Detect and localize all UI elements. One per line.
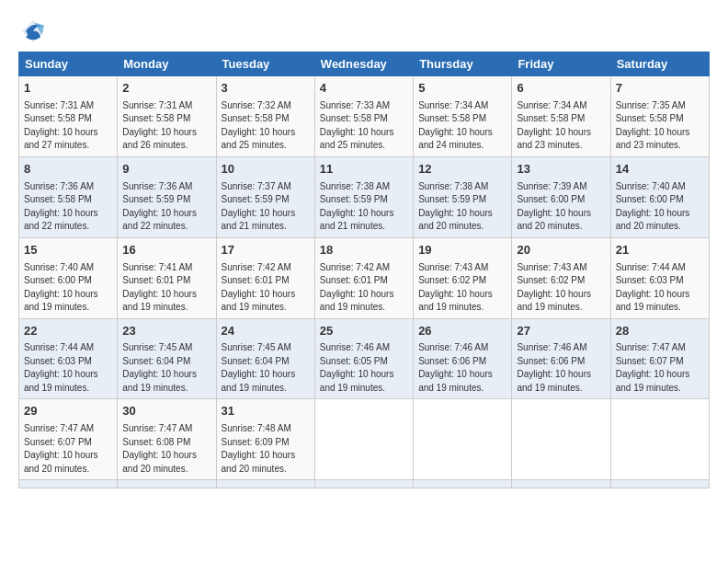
day-number: 29 [24,403,112,420]
calendar-row: 1Sunrise: 7:31 AMSunset: 5:58 PMDaylight… [19,76,710,157]
day-number: 4 [320,80,408,98]
calendar-row: 29Sunrise: 7:47 AMSunset: 6:07 PMDayligh… [19,399,710,480]
day-number: 6 [517,80,605,98]
table-cell: 4Sunrise: 7:33 AMSunset: 5:58 PMDaylight… [314,76,413,157]
day-info: Sunrise: 7:36 AMSunset: 5:58 PMDaylight:… [24,181,98,232]
calendar-row: 8Sunrise: 7:36 AMSunset: 5:58 PMDaylight… [19,156,710,237]
day-number: 22 [24,323,112,340]
day-number: 23 [122,323,210,340]
day-info: Sunrise: 7:37 AMSunset: 5:59 PMDaylight:… [222,181,296,232]
day-info: Sunrise: 7:38 AMSunset: 5:59 PMDaylight:… [418,181,493,232]
day-number: 1 [24,80,112,98]
table-cell: 15Sunrise: 7:40 AMSunset: 6:00 PMDayligh… [19,237,118,318]
day-number: 31 [222,403,310,420]
day-number: 30 [122,403,210,420]
day-info: Sunrise: 7:42 AMSunset: 6:01 PMDaylight:… [222,262,296,313]
table-cell [118,480,216,488]
day-number: 25 [320,323,408,340]
day-number: 2 [122,80,210,98]
table-cell: 8Sunrise: 7:36 AMSunset: 5:58 PMDaylight… [19,156,118,237]
day-info: Sunrise: 7:34 AMSunset: 5:58 PMDaylight:… [517,100,591,151]
day-info: Sunrise: 7:45 AMSunset: 6:04 PMDaylight:… [122,342,197,393]
table-cell [610,480,709,488]
col-tuesday: Tuesday [216,52,314,76]
calendar-row: 15Sunrise: 7:40 AMSunset: 6:00 PMDayligh… [19,237,710,318]
table-cell: 12Sunrise: 7:38 AMSunset: 5:59 PMDayligh… [414,156,512,237]
table-cell: 16Sunrise: 7:41 AMSunset: 6:01 PMDayligh… [118,237,216,318]
day-number: 7 [616,80,704,98]
table-cell: 9Sunrise: 7:36 AMSunset: 5:59 PMDaylight… [118,156,216,237]
table-cell: 20Sunrise: 7:43 AMSunset: 6:02 PMDayligh… [512,237,610,318]
header [18,17,710,46]
table-cell: 26Sunrise: 7:46 AMSunset: 6:06 PMDayligh… [414,318,512,399]
day-number: 24 [222,323,310,340]
table-cell [414,399,512,480]
day-info: Sunrise: 7:47 AMSunset: 6:08 PMDaylight:… [122,423,197,474]
table-cell: 3Sunrise: 7:32 AMSunset: 5:58 PMDaylight… [216,76,314,157]
col-monday: Monday [118,52,216,76]
logo [18,17,51,46]
table-cell: 27Sunrise: 7:46 AMSunset: 6:06 PMDayligh… [512,318,610,399]
col-thursday: Thursday [414,52,512,76]
logo-icon [18,17,48,46]
table-cell [19,480,118,488]
day-number: 3 [222,80,310,98]
col-sunday: Sunday [19,52,118,76]
day-info: Sunrise: 7:40 AMSunset: 6:00 PMDaylight:… [24,262,98,313]
day-number: 17 [222,242,310,259]
day-number: 8 [24,161,112,178]
day-info: Sunrise: 7:43 AMSunset: 6:02 PMDaylight:… [517,262,591,313]
day-info: Sunrise: 7:44 AMSunset: 6:03 PMDaylight:… [24,342,98,393]
calendar-row: 22Sunrise: 7:44 AMSunset: 6:03 PMDayligh… [19,318,710,399]
day-info: Sunrise: 7:46 AMSunset: 6:06 PMDaylight:… [418,342,493,393]
day-info: Sunrise: 7:45 AMSunset: 6:04 PMDaylight:… [222,342,296,393]
day-info: Sunrise: 7:38 AMSunset: 5:59 PMDaylight:… [320,181,394,232]
day-info: Sunrise: 7:32 AMSunset: 5:58 PMDaylight:… [222,100,296,151]
table-cell: 28Sunrise: 7:47 AMSunset: 6:07 PMDayligh… [610,318,709,399]
day-number: 14 [616,161,704,178]
day-info: Sunrise: 7:36 AMSunset: 5:59 PMDaylight:… [122,181,197,232]
day-info: Sunrise: 7:43 AMSunset: 6:02 PMDaylight:… [418,262,493,313]
table-cell: 13Sunrise: 7:39 AMSunset: 6:00 PMDayligh… [512,156,610,237]
page: Sunday Monday Tuesday Wednesday Thursday… [0,0,728,498]
day-info: Sunrise: 7:46 AMSunset: 6:05 PMDaylight:… [320,342,394,393]
table-cell: 5Sunrise: 7:34 AMSunset: 5:58 PMDaylight… [414,76,512,157]
table-cell: 6Sunrise: 7:34 AMSunset: 5:58 PMDaylight… [512,76,610,157]
table-cell: 17Sunrise: 7:42 AMSunset: 6:01 PMDayligh… [216,237,314,318]
col-wednesday: Wednesday [314,52,413,76]
day-info: Sunrise: 7:47 AMSunset: 6:07 PMDaylight:… [616,342,690,393]
table-cell: 29Sunrise: 7:47 AMSunset: 6:07 PMDayligh… [19,399,118,480]
day-number: 11 [320,161,408,178]
table-cell: 19Sunrise: 7:43 AMSunset: 6:02 PMDayligh… [414,237,512,318]
day-info: Sunrise: 7:31 AMSunset: 5:58 PMDaylight:… [122,100,197,151]
day-number: 19 [418,242,506,259]
table-cell [414,480,512,488]
day-info: Sunrise: 7:44 AMSunset: 6:03 PMDaylight:… [616,262,690,313]
day-number: 5 [418,80,506,98]
day-number: 13 [517,161,605,178]
header-row: Sunday Monday Tuesday Wednesday Thursday… [19,52,710,76]
table-cell: 11Sunrise: 7:38 AMSunset: 5:59 PMDayligh… [314,156,413,237]
day-number: 26 [418,323,506,340]
day-number: 18 [320,242,408,259]
day-info: Sunrise: 7:33 AMSunset: 5:58 PMDaylight:… [320,100,394,151]
day-info: Sunrise: 7:40 AMSunset: 6:00 PMDaylight:… [616,181,690,232]
day-number: 27 [517,323,605,340]
day-number: 9 [122,161,210,178]
day-number: 15 [24,242,112,259]
day-info: Sunrise: 7:48 AMSunset: 6:09 PMDaylight:… [222,423,296,474]
table-cell: 21Sunrise: 7:44 AMSunset: 6:03 PMDayligh… [610,237,709,318]
table-cell: 31Sunrise: 7:48 AMSunset: 6:09 PMDayligh… [216,399,314,480]
table-cell: 25Sunrise: 7:46 AMSunset: 6:05 PMDayligh… [314,318,413,399]
day-info: Sunrise: 7:47 AMSunset: 6:07 PMDaylight:… [24,423,98,474]
day-info: Sunrise: 7:39 AMSunset: 6:00 PMDaylight:… [517,181,591,232]
day-number: 20 [517,242,605,259]
day-number: 21 [616,242,704,259]
table-cell: 18Sunrise: 7:42 AMSunset: 6:01 PMDayligh… [314,237,413,318]
day-info: Sunrise: 7:46 AMSunset: 6:06 PMDaylight:… [517,342,591,393]
day-info: Sunrise: 7:42 AMSunset: 6:01 PMDaylight:… [320,262,394,313]
table-cell: 10Sunrise: 7:37 AMSunset: 5:59 PMDayligh… [216,156,314,237]
table-cell [314,399,413,480]
table-cell [216,480,314,488]
table-cell: 2Sunrise: 7:31 AMSunset: 5:58 PMDaylight… [118,76,216,157]
